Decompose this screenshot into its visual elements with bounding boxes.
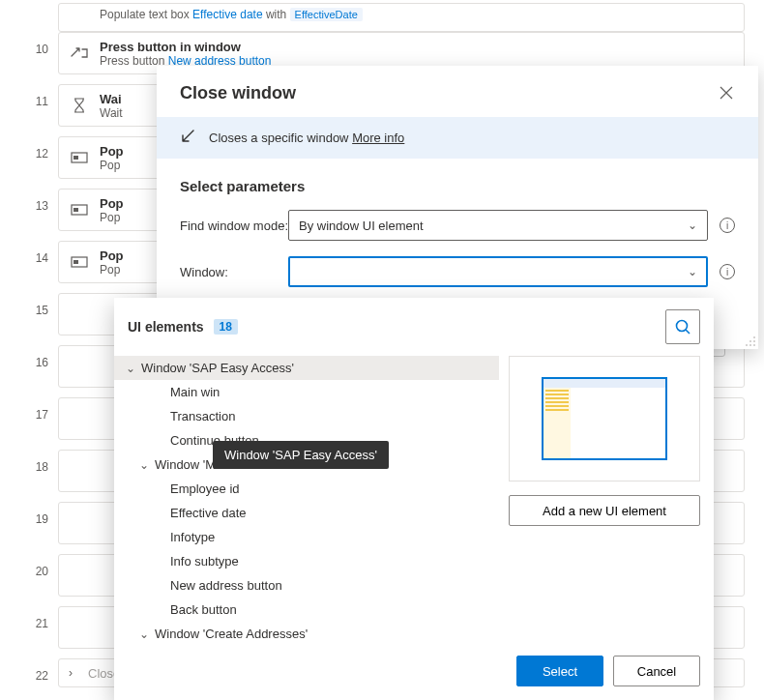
step-number: 14 [0,238,58,265]
find-mode-select[interactable]: By window UI element ⌄ [288,210,708,241]
step-number: 12 [0,133,58,160]
step-number: 20 [0,551,58,578]
tree-item[interactable]: Back button [114,598,499,622]
info-icon[interactable]: i [720,264,735,279]
step-number: 18 [0,447,58,474]
svg-rect-5 [73,260,78,264]
chevron-down-icon: ⌄ [124,362,137,375]
hourglass-icon [69,95,90,116]
preview-thumbnail [542,377,667,460]
chevron-down-icon: ⌄ [137,458,151,472]
step-number: 19 [0,499,58,526]
select-button[interactable]: Select [516,656,603,686]
info-icon[interactable]: i [720,218,735,233]
chevron-down-icon: ⌄ [688,265,697,278]
cancel-button[interactable]: Cancel [613,656,700,686]
step-number: 16 [0,342,58,369]
section-heading: Select parameters [180,178,735,194]
tree-item[interactable]: Main win [114,380,499,404]
svg-point-12 [677,321,688,332]
window-select[interactable]: ⌄ [288,256,708,287]
tree-label: Window 'Create Addresses' [151,627,308,641]
tree-label: Main win [166,385,220,399]
close-icon[interactable] [720,86,735,102]
tree-label: Effective date [166,506,247,520]
textbox-icon [69,147,90,168]
info-banner: Closes a specific window More info [157,117,758,159]
flow-subtitle: Pop [100,211,124,224]
add-ui-element-button[interactable]: Add a new UI element [509,495,700,526]
svg-point-8 [753,340,755,342]
window-label: Window: [180,265,288,279]
tree-label: Continue button [166,433,259,448]
step-number: 17 [0,394,58,422]
chevron-down-icon: ⌄ [137,627,151,641]
flow-title: Wai [100,92,123,106]
textbox-icon [69,251,90,273]
popover-title: UI elements [128,319,204,335]
step-number: 22 [0,656,58,683]
popover-count: 18 [214,319,238,335]
flow-title: Press button in window [100,40,271,54]
tree-label: Employee id [166,481,240,496]
tree-group[interactable]: ⌄Window 'Create Addresses' [114,622,499,646]
cursor-icon [69,43,90,64]
svg-point-11 [753,344,755,346]
tree-label: New address button [166,578,282,593]
tree-item[interactable]: Effective date [114,501,499,525]
flow-subtitle: Wait [100,106,123,120]
tree-label: Back button [166,602,237,617]
flow-subtitle: Pop [100,263,124,277]
step-number: 11 [0,81,58,108]
find-mode-label: Find window mode: [180,219,288,233]
step-number: 13 [0,186,58,213]
search-icon [674,318,691,335]
svg-point-7 [749,340,751,342]
ui-elements-popover: UI elements 18 ⌄Window 'SAP Easy Access'… [114,298,714,700]
svg-point-9 [746,344,748,346]
flow-title: Pop [100,196,124,211]
tree-label: Transaction [166,409,235,423]
info-text: Closes a specific window More info [209,131,404,145]
step-number: 21 [0,603,58,630]
svg-rect-3 [73,208,78,212]
tree-item[interactable]: New address button [114,573,499,598]
flow-title: Pop [100,248,124,263]
flow-title: Pop [100,144,124,159]
tree-item[interactable]: Info subtype [114,549,499,573]
chevron-down-icon: ⌄ [688,219,697,232]
search-button[interactable] [665,309,700,344]
more-info-link[interactable]: More info [352,131,404,145]
svg-point-6 [753,336,755,338]
tree-label: Infotype [166,530,215,544]
arrow-down-left-icon [180,129,195,147]
svg-point-10 [749,344,751,346]
tree-item[interactable]: Continue button [114,428,499,452]
tree-label: Info subtype [166,554,239,569]
tree-item[interactable]: Employee id [114,477,499,501]
chevron-right-icon: › [69,666,82,680]
preview-box [509,356,700,481]
tree-label: Window 'SAP Easy Access' [137,361,294,375]
resize-handle-icon[interactable] [745,335,756,347]
tree-item[interactable]: Infotype [114,525,499,549]
step-number: 10 [0,29,58,56]
svg-rect-1 [73,156,78,160]
tree-label: Window 'Maintain HR Master Data' [151,457,349,472]
step-number: 15 [0,290,58,317]
find-mode-value: By window UI element [299,219,424,233]
textbox-icon [69,199,90,220]
step-number [0,0,58,14]
ui-elements-tree[interactable]: ⌄Window 'SAP Easy Access' Main win Trans… [114,356,499,646]
tree-group[interactable]: ⌄Window 'SAP Easy Access' [114,356,499,380]
flow-subtitle: Pop [100,159,124,172]
modal-title: Close window [180,83,296,103]
flow-subtitle: Populate text box Effective date with Ef… [100,8,363,21]
flow-card[interactable]: Populate text box Effective date with Ef… [58,3,745,32]
tree-group[interactable]: ⌄Window 'Maintain HR Master Data' [114,452,499,477]
tree-item[interactable]: Transaction [114,404,499,428]
